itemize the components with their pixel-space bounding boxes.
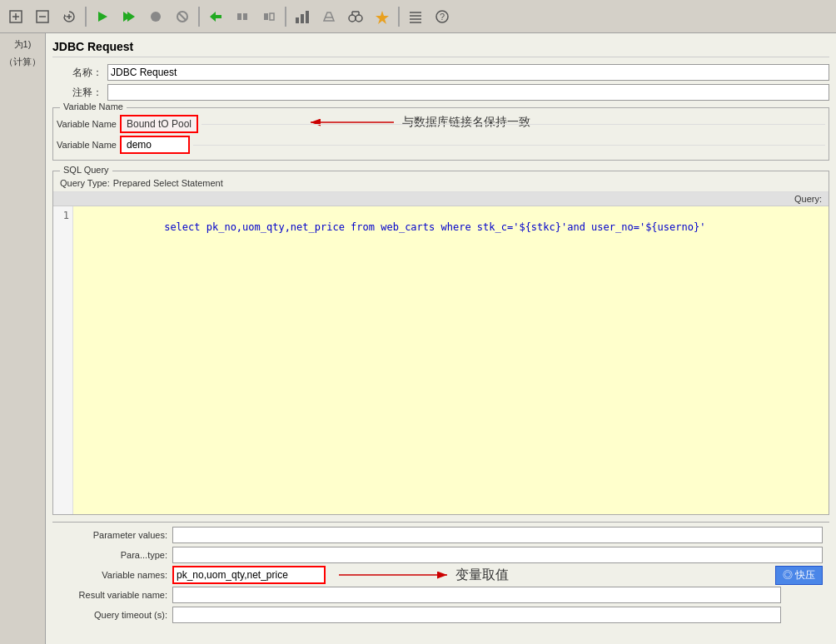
name-row: 名称： xyxy=(52,64,829,81)
svg-marker-14 xyxy=(210,12,221,22)
quick-btn[interactable]: ◎ 快压 xyxy=(775,566,823,585)
svg-text:?: ? xyxy=(440,12,445,22)
sidebar-item-1[interactable]: 为1) xyxy=(2,37,43,52)
comment-row: 注释： xyxy=(52,84,829,101)
var-name-box: Variable Name Variable Name Bound tO Poo… xyxy=(52,107,829,161)
query-editor: 1 select pk_no,uom_qty,net_price from we… xyxy=(53,206,829,514)
comment-label: 注释： xyxy=(52,86,102,100)
variable-name-value-box[interactable] xyxy=(120,136,190,154)
binoculars-button[interactable] xyxy=(343,4,368,29)
delete-button[interactable] xyxy=(30,4,55,29)
clear-button[interactable] xyxy=(316,4,341,29)
query-timeout-label: Query timeout (s): xyxy=(59,610,167,620)
param-values-row: Parameter values: xyxy=(59,526,823,544)
list-button[interactable] xyxy=(403,4,428,29)
param-values-label: Parameter values: xyxy=(59,530,167,540)
query-type-value: Prepared Select Statement xyxy=(113,178,223,188)
query-text-area[interactable]: select pk_no,uom_qty,net_price from web_… xyxy=(73,206,829,514)
variable-name-row: Variable Name xyxy=(57,136,825,154)
start-no-pause-button[interactable] xyxy=(117,4,142,29)
toolbar: ? xyxy=(0,0,836,33)
variable-name-section: 与数据库链接名保持一致 Variable Name Variable Name … xyxy=(52,107,829,161)
svg-marker-5 xyxy=(64,14,67,17)
bound-to-pool-row: Variable Name Bound tO Pool xyxy=(57,115,825,133)
query-type-label: Query Type: xyxy=(60,178,110,188)
param-values-input[interactable] xyxy=(172,527,823,543)
remote-start-button[interactable] xyxy=(203,4,228,29)
new-button[interactable] xyxy=(3,4,28,29)
separator-4 xyxy=(398,7,400,27)
svg-rect-15 xyxy=(237,13,241,20)
query-timeout-row: Query timeout (s): xyxy=(59,606,823,624)
stop-now-button[interactable] xyxy=(170,4,195,29)
content-area: JDBC Request 名称： 注释： xyxy=(46,33,836,644)
var-names-annotation: 变量取值 xyxy=(331,562,480,587)
svg-rect-19 xyxy=(296,17,299,23)
query-editor-container: Query: 1 select pk_no,uom_qty,net_price … xyxy=(53,192,829,514)
name-label: 名称： xyxy=(52,66,102,80)
stop-button[interactable] xyxy=(143,4,168,29)
variable-name-label: Variable Name xyxy=(57,140,117,150)
param-type-input[interactable] xyxy=(172,547,823,563)
var-names-row: Variable names: xyxy=(59,566,823,584)
params-section: Parameter values: Para...type: Variable … xyxy=(52,522,829,629)
sidebar-item-2[interactable]: （计算） xyxy=(2,54,43,70)
var-names-label: Variable names: xyxy=(59,570,167,580)
start-button[interactable] xyxy=(90,4,115,29)
remote-stop-button[interactable] xyxy=(230,4,255,29)
help-button[interactable]: ? xyxy=(430,4,455,29)
var-names-input[interactable] xyxy=(174,567,324,582)
var-names-red-box xyxy=(172,566,326,584)
bound-to-pool-label: Variable Name xyxy=(57,119,117,129)
var-name-legend: Variable Name xyxy=(60,102,127,111)
panel-title: JDBC Request xyxy=(52,40,829,57)
query-header: Query: xyxy=(53,192,829,206)
result-var-label: Result variable name: xyxy=(59,590,167,600)
svg-point-24 xyxy=(356,15,362,22)
svg-rect-20 xyxy=(301,14,304,23)
separator-2 xyxy=(198,7,200,27)
broom-button[interactable] xyxy=(370,4,395,29)
param-type-row: Para...type: xyxy=(59,546,823,564)
remote-stop2-button[interactable] xyxy=(256,4,281,29)
name-input[interactable] xyxy=(107,64,829,81)
svg-rect-17 xyxy=(264,13,268,20)
comment-input[interactable] xyxy=(107,84,829,101)
svg-marker-8 xyxy=(98,12,107,22)
variable-name-input[interactable] xyxy=(122,137,188,152)
jdbc-panel: JDBC Request 名称： 注释： xyxy=(46,33,836,636)
svg-rect-18 xyxy=(270,13,274,20)
svg-marker-10 xyxy=(127,12,135,22)
sidebar: 为1) （计算） xyxy=(0,33,46,644)
analyze-button[interactable] xyxy=(290,4,315,29)
svg-line-13 xyxy=(179,13,186,20)
reset-button[interactable] xyxy=(57,4,82,29)
query-type-row: Query Type: Prepared Select Statement xyxy=(53,171,829,192)
query-text-content: select pk_no,uom_qty,net_price from web_… xyxy=(164,221,705,233)
result-var-input[interactable] xyxy=(172,587,781,603)
param-type-label: Para...type: xyxy=(59,550,167,560)
annotation-text-2: 变量取值 xyxy=(455,567,509,584)
var-names-input-container: 变量取值 xyxy=(172,566,823,584)
result-var-row: Result variable name: xyxy=(59,586,823,604)
bound-to-pool-value: Bound tO Pool xyxy=(127,118,192,130)
line-numbers: 1 xyxy=(53,206,73,514)
svg-rect-21 xyxy=(306,11,309,23)
svg-rect-16 xyxy=(243,13,247,20)
separator-3 xyxy=(285,7,286,27)
query-timeout-input[interactable] xyxy=(172,607,781,623)
main-container: 为1) （计算） JDBC Request 名称： 注释： xyxy=(0,33,836,644)
sql-query-section: SQL Query Query Type: Prepared Select St… xyxy=(52,171,829,515)
line-number-1: 1 xyxy=(57,210,69,221)
separator-1 xyxy=(85,7,87,27)
bound-to-pool-value-box: Bound tO Pool xyxy=(120,115,198,133)
svg-point-23 xyxy=(349,15,356,22)
sql-legend: SQL Query xyxy=(60,165,112,175)
svg-point-11 xyxy=(151,12,161,22)
